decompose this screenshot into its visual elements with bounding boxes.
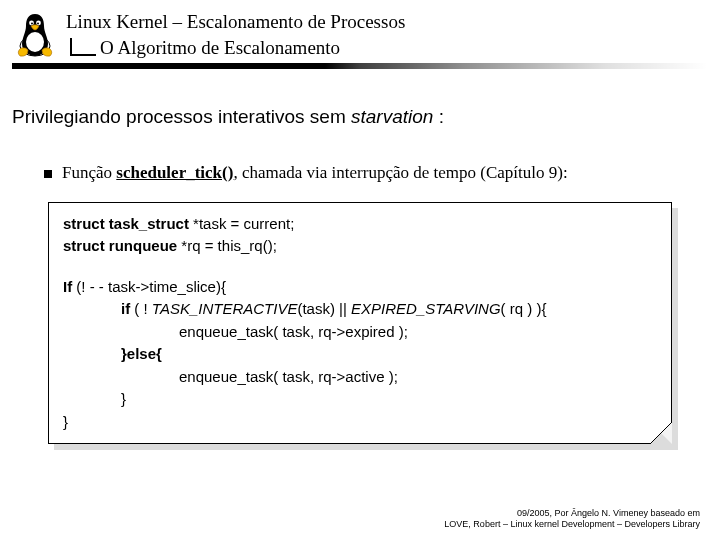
code-l3-bold: If [63, 278, 72, 295]
footer-line1: 09/2005, Por Ângelo N. Vimeney baseado e… [444, 508, 700, 519]
code-l8: } [63, 388, 657, 411]
code-l5: enqueue_task( task, rq->expired ); [63, 321, 657, 344]
code-l4-mid2: (task) || [297, 300, 351, 317]
dog-ear-icon [650, 422, 672, 444]
code-l7: enqueue_task( task, rq->active ); [63, 366, 657, 389]
code-l4-bold: if [121, 300, 130, 317]
code-l3-rest: (! - - task->time_slice){ [72, 278, 226, 295]
bullet-item: Função scheduler_tick(), chamada via int… [44, 162, 700, 184]
footer-line2: LOVE, Robert – Linux kernel Development … [444, 519, 700, 530]
svg-point-4 [31, 22, 33, 24]
code-l1-bold: struct task_struct [63, 215, 189, 232]
code-l2-rest: *rq = this_rq(); [177, 237, 277, 254]
section-heading: Privilegiando processos interativos sem … [12, 106, 700, 128]
code-l4-rest: ( rq ) ){ [501, 300, 547, 317]
bullet-prefix: Função [62, 163, 116, 182]
section-heading-italic: starvation [351, 106, 433, 127]
code-l9: } [63, 411, 657, 434]
code-box: struct task_struct *task = current; stru… [48, 202, 672, 445]
code-l1-rest: *task = current; [189, 215, 294, 232]
page-subtitle: O Algoritmo de Escalonamento [100, 36, 340, 62]
svg-point-5 [37, 22, 39, 24]
bullet-fn: scheduler_tick() [116, 163, 233, 182]
page-title: Linux Kernel – Escalonamento de Processo… [66, 10, 405, 34]
bullet-icon [44, 170, 52, 178]
tux-icon [12, 10, 58, 58]
section-heading-tail: : [433, 106, 444, 127]
section-heading-plain: Privilegiando processos interativos sem [12, 106, 351, 127]
header-underline [12, 63, 708, 69]
bullet-rest: , chamada via interrupção de tempo (Capí… [233, 163, 567, 182]
code-l4-it2: EXPIRED_STARVING [351, 300, 501, 317]
tree-connector-icon [70, 38, 96, 56]
footer: 09/2005, Por Ângelo N. Vimeney baseado e… [444, 508, 700, 531]
svg-point-1 [26, 32, 44, 52]
code-l4-it1: TASK_INTERACTIVE [152, 300, 298, 317]
code-l6: }else{ [121, 345, 162, 362]
code-l2-bold: struct runqueue [63, 237, 177, 254]
code-l4-mid: ( ! [130, 300, 152, 317]
